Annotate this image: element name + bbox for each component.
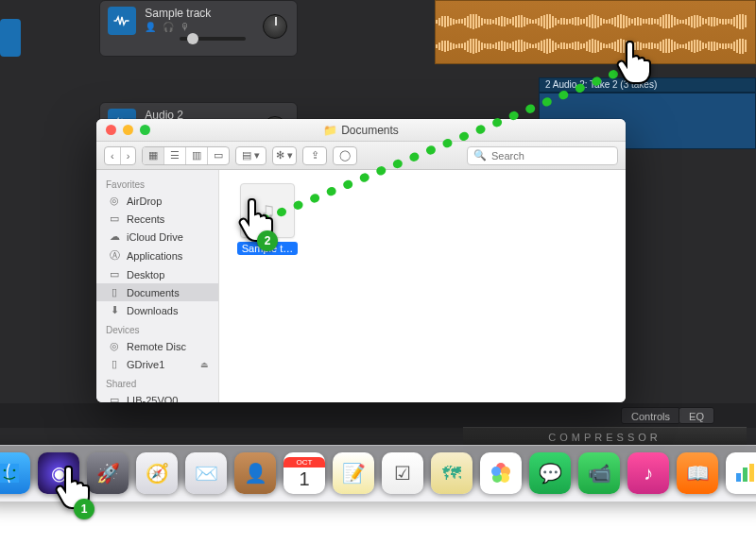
column-view-button[interactable]: ▥ (186, 147, 208, 164)
waveform-region[interactable] (435, 0, 756, 64)
dock-app-calendar[interactable]: OCT 1 (284, 452, 325, 494)
track-name: Sample track (145, 7, 211, 20)
waveform-icon (436, 12, 755, 27)
documents-icon: ▯ (108, 286, 121, 298)
dock-app-facetime[interactable]: 📹 (578, 452, 620, 494)
dock-app-mail[interactable]: ✉️ (185, 452, 227, 494)
svg-point-7 (491, 467, 501, 476)
finder-titlebar[interactable]: 📁Documents (96, 119, 626, 142)
cloud-icon: ☁ (108, 230, 121, 243)
forward-button[interactable]: › (121, 147, 136, 164)
dock-app-messages[interactable]: 💬 (529, 452, 571, 494)
svg-rect-9 (743, 468, 747, 482)
sidebar-item-icloud[interactable]: ☁iCloud Drive (96, 228, 218, 246)
track-subcontrols[interactable]: 👤 🎧 🎙 (145, 22, 211, 32)
sidebar-item-recents[interactable]: ▭Recents (96, 210, 218, 228)
dock-app-reminders[interactable]: ☑︎ (382, 452, 423, 494)
dock-app-photos[interactable] (480, 452, 522, 494)
back-button[interactable]: ‹ (105, 147, 121, 164)
sidebar-item-gdrive[interactable]: ▯GDrive1⏏ (96, 355, 218, 373)
nav-back-forward[interactable]: ‹ › (104, 146, 136, 165)
dock-app-ibooks[interactable]: 📖 (677, 452, 718, 494)
dock[interactable]: ◉ 🚀 🧭 ✉️ 👤 OCT 1 📝 ☑︎ 🗺 💬 📹 ♪ 📖 (0, 445, 756, 502)
finder-window[interactable]: 📁Documents ‹ › ▦ ☰ ▥ ▭ ▤ ▾ ✻ ▾ ⇪ ◯ 🔍 Fav… (96, 119, 626, 402)
track-header-sample[interactable]: Sample track 👤 🎧 🎙 (99, 0, 298, 57)
action-menu[interactable]: ✻ ▾ (272, 146, 297, 165)
airdrop-icon: ◎ (108, 195, 121, 207)
calendar-month: OCT (284, 457, 325, 468)
applications-icon: Ⓐ (108, 248, 121, 263)
dock-app-numbers[interactable] (726, 452, 756, 494)
dock-area: ◉ 🚀 🧭 ✉️ 👤 OCT 1 📝 ☑︎ 🗺 💬 📹 ♪ 📖 (0, 445, 756, 511)
search-icon: 🔍 (473, 149, 487, 162)
dock-app-safari[interactable]: 🧭 (136, 452, 178, 494)
sidebar-item-airdrop[interactable]: ◎AirDrop (96, 192, 218, 210)
calendar-day: 1 (299, 468, 309, 490)
sidebar-group-favorites: Favorites (96, 174, 218, 192)
pan-knob[interactable] (263, 14, 287, 39)
bottom-toolbar: Controls EQ (0, 403, 756, 428)
dock-app-contacts[interactable]: 👤 (234, 452, 276, 494)
svg-point-1 (4, 469, 7, 472)
arrange-menu[interactable]: ▤ ▾ (235, 146, 266, 165)
dock-app-launchpad[interactable]: 🚀 (87, 452, 129, 494)
finder-sidebar: Favorites ◎AirDrop ▭Recents ☁iCloud Driv… (96, 170, 219, 402)
list-view-button[interactable]: ☰ (164, 147, 186, 164)
disc-icon: ◎ (108, 340, 121, 352)
volume-slider[interactable] (180, 37, 246, 41)
sidebar-item-shared-computer[interactable]: ▭LIB-25VQ0… (96, 391, 218, 402)
minimize-icon[interactable] (123, 125, 133, 135)
desktop-icon: ▭ (108, 268, 121, 280)
finder-content[interactable]: ♫ Sample t… (219, 170, 626, 402)
dock-app-itunes[interactable]: ♪ (627, 452, 669, 494)
tags-button[interactable]: ◯ (333, 146, 357, 165)
folder-icon: 📁 (323, 124, 337, 137)
sidebar-item-remotedisc[interactable]: ◎Remote Disc (96, 337, 218, 355)
recents-icon: ▭ (108, 212, 121, 225)
zoom-icon[interactable] (140, 125, 150, 135)
dock-app-maps[interactable]: 🗺 (431, 452, 472, 494)
search-field[interactable]: 🔍 (467, 146, 618, 165)
window-controls[interactable] (106, 125, 150, 135)
take-folder-label[interactable]: 2 Audio 2: Take 2 (3 takes) (539, 77, 756, 93)
svg-point-2 (13, 469, 16, 472)
close-icon[interactable] (106, 125, 116, 135)
sidebar-item-desktop[interactable]: ▭Desktop (96, 265, 218, 283)
icon-view-button[interactable]: ▦ (143, 147, 164, 164)
sidebar-item-applications[interactable]: ⒶApplications (96, 246, 218, 265)
step-badge-1: 1 (74, 499, 94, 519)
view-switcher[interactable]: ▦ ☰ ▥ ▭ (142, 146, 230, 165)
sidebar-group-devices: Devices (96, 319, 218, 337)
finder-toolbar: ‹ › ▦ ☰ ▥ ▭ ▤ ▾ ✻ ▾ ⇪ ◯ 🔍 (96, 142, 626, 170)
computer-icon: ▭ (108, 394, 121, 402)
audio-track-icon (108, 7, 136, 35)
dock-app-finder[interactable] (0, 452, 30, 494)
dock-app-siri[interactable]: ◉ (38, 452, 79, 494)
svg-rect-10 (749, 464, 754, 482)
waveform-icon (436, 37, 755, 52)
svg-rect-8 (736, 473, 741, 482)
downloads-icon: ⬇ (108, 304, 121, 316)
sidebar-item-downloads[interactable]: ⬇Downloads (96, 301, 218, 319)
step-badge-2: 2 (257, 230, 278, 251)
share-button[interactable]: ⇪ (302, 146, 327, 165)
tab-controls[interactable]: Controls (621, 407, 680, 424)
group-by-icon[interactable]: ▤ ▾ (236, 147, 266, 164)
sidebar-item-documents[interactable]: ▯Documents (96, 283, 218, 301)
dock-app-notes[interactable]: 📝 (333, 452, 374, 494)
sidebar-group-shared: Shared (96, 373, 218, 391)
window-title: 📁Documents (96, 124, 626, 137)
gallery-view-button[interactable]: ▭ (208, 147, 229, 164)
search-input[interactable] (491, 150, 611, 162)
eject-icon[interactable]: ⏏ (200, 360, 209, 369)
tab-eq[interactable]: EQ (679, 407, 714, 424)
drive-icon: ▯ (108, 358, 121, 370)
